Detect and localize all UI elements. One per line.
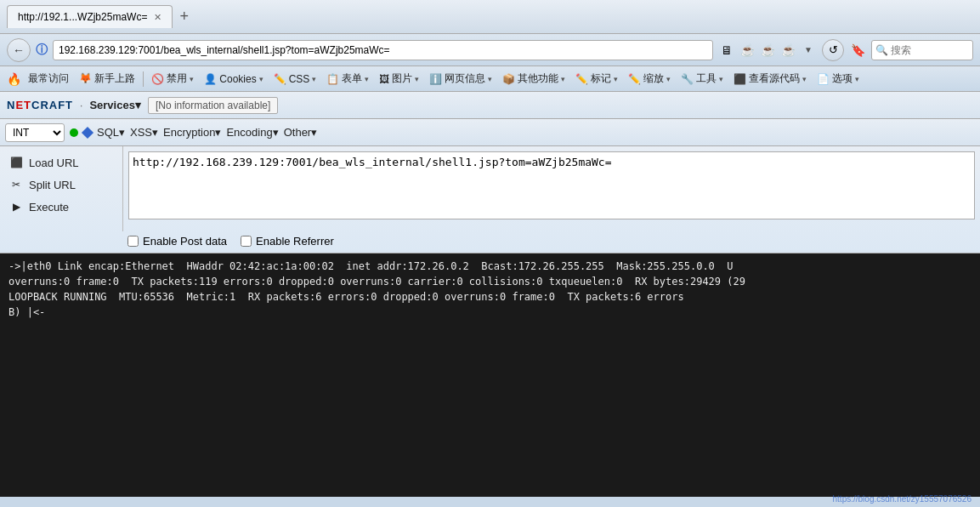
hackbar: ⬛ Load URL ✂ Split URL ▶ Execute http://… (0, 146, 980, 254)
dropdown-arrow-webinfo: ▾ (488, 75, 492, 83)
output-line-2: overruns:0 frame:0 TX packets:119 errors… (8, 274, 972, 289)
output-line-3: LOOPBACK RUNNING MTU:65536 Metric:1 RX p… (8, 289, 972, 305)
split-url-action[interactable]: ✂ Split URL (0, 174, 122, 196)
bookmarks-other[interactable]: 📦其他功能▾ (498, 70, 569, 88)
other-icon: 📦 (502, 73, 515, 85)
new-tab-button[interactable]: + (173, 4, 195, 29)
bookmarks-forbidden[interactable]: 🚫禁用▾ (147, 70, 198, 88)
bookmarks-bar: 🔥 最常访问 🦊 新手上路 🚫禁用▾ 👤Cookies▾ ✏️CSS▾ 📋表单▾… (0, 66, 980, 92)
cookies-icon: 👤 (204, 73, 217, 85)
webinfo-icon: ℹ️ (429, 73, 442, 85)
images-icon: 🖼 (379, 73, 389, 85)
bookmarks-options[interactable]: 📄选项▾ (813, 70, 864, 88)
dropdown-arrow-cookies: ▾ (259, 75, 263, 83)
bookmarks-newbie[interactable]: 🦊 新手上路 (75, 70, 139, 88)
hackbar-bottom: Enable Post data Enable Referrer (0, 231, 980, 253)
int-select[interactable]: INT EXT (5, 123, 65, 142)
output-area: ->|eth0 Link encap:Ethernet HWaddr 02:42… (0, 254, 980, 497)
bookmarks-webinfo[interactable]: ℹ️网页信息▾ (425, 70, 496, 88)
split-url-icon: ✂ (8, 177, 24, 192)
address-bar: ← ⓘ 🖥 ☕ ☕ ☕ ▼ ↺ 🔖 🔍 (0, 34, 980, 66)
dropdown-arrow-marks: ▾ (614, 75, 618, 83)
java-icon-2[interactable]: ☕ (759, 42, 776, 59)
bookmarks-separator (143, 71, 144, 87)
xss-menu[interactable]: XSS▾ (130, 126, 158, 139)
forbidden-icon: 🚫 (151, 73, 164, 85)
enable-referrer-text: Enable Referrer (256, 235, 334, 248)
marks-icon: ✏️ (575, 73, 588, 85)
tools-icon: 🔧 (681, 73, 694, 85)
enable-post-data-label[interactable]: Enable Post data (127, 235, 227, 248)
enable-post-data-text: Enable Post data (143, 235, 227, 248)
back-icon: ← (13, 43, 25, 57)
url-input[interactable] (53, 40, 713, 60)
dropdown-arrow: ▾ (190, 75, 194, 83)
enable-post-data-checkbox[interactable] (127, 236, 139, 247)
dropdown-arrow-css: ▾ (312, 75, 316, 83)
search-icon: 🔍 (875, 44, 888, 56)
output-line-1: ->|eth0 Link encap:Ethernet HWaddr 02:42… (8, 259, 972, 274)
info-icon[interactable]: ⓘ (36, 43, 48, 58)
hackbar-actions: ⬛ Load URL ✂ Split URL ▶ Execute (0, 146, 123, 231)
no-info-text: [No information available] (148, 97, 278, 114)
bookmarks-cookies[interactable]: 👤Cookies▾ (200, 71, 267, 87)
browser-icons: 🖥 ☕ ☕ ☕ ▼ (718, 42, 817, 59)
title-bar: http://192.1...WZjb25maWc= ✕ + (0, 0, 980, 34)
netcraft-logo: NETCRAFT (7, 99, 73, 111)
java-icon-3[interactable]: ☕ (779, 42, 796, 59)
back-button[interactable]: ← (7, 38, 31, 62)
monitor-icon[interactable]: 🖥 (718, 42, 735, 59)
css-icon: ✏️ (274, 73, 286, 85)
zoom-icon: ✏️ (628, 73, 641, 85)
dropdown-arrow-viewsource: ▾ (802, 75, 807, 83)
netcraft-bar: NETCRAFT · Services▾ [No information ava… (0, 92, 980, 119)
bookmarks-most-visited[interactable]: 最常访问 (24, 70, 73, 88)
viewsource-icon: ⬛ (734, 73, 746, 85)
bookmarks-images[interactable]: 🖼图片▾ (375, 70, 423, 88)
execute-action[interactable]: ▶ Execute (0, 196, 122, 218)
enable-referrer-checkbox[interactable] (241, 236, 252, 247)
options-icon: 📄 (817, 73, 830, 85)
browser-tab[interactable]: http://192.1...WZjb25maWc= ✕ (7, 5, 173, 28)
dropdown-arrow-options: ▾ (855, 75, 859, 83)
hackbar-top: ⬛ Load URL ✂ Split URL ▶ Execute http://… (0, 146, 980, 231)
load-url-action[interactable]: ⬛ Load URL (0, 151, 122, 174)
java-icon-1[interactable]: ☕ (739, 42, 756, 59)
output-line-4: B) |<- (8, 305, 972, 320)
services-button[interactable]: Services▾ (89, 99, 141, 111)
other-menu[interactable]: Other▾ (284, 126, 318, 139)
int-toolbar: INT EXT SQL▾ XSS▾ Encryption▾ Encoding▾ … (0, 119, 980, 146)
blue-diamond-icon (82, 126, 93, 138)
tab-label: http://192.1...WZjb25maWc= (18, 11, 147, 23)
bookmarks-marks[interactable]: ✏️标记▾ (571, 70, 622, 88)
dropdown-arrow-images: ▾ (415, 75, 419, 83)
split-url-label: Split URL (29, 179, 76, 191)
encoding-menu[interactable]: Encoding▾ (226, 126, 278, 139)
green-dot-icon (70, 128, 78, 137)
forms-icon: 📋 (326, 73, 339, 85)
bookmark-icon[interactable]: 🔖 (849, 42, 866, 59)
bookmarks-forms[interactable]: 📋表单▾ (322, 70, 373, 88)
credit-text: https://blog.csdn.net/zy15557076526 (833, 494, 972, 504)
dropdown-arrow-other: ▾ (561, 75, 565, 83)
refresh-button[interactable]: ↺ (822, 39, 844, 61)
execute-label: Execute (29, 201, 69, 214)
bookmarks-tools[interactable]: 🔧工具▾ (677, 70, 728, 88)
encryption-menu[interactable]: Encryption▾ (163, 126, 221, 139)
tab-close-button[interactable]: ✕ (154, 12, 161, 23)
enable-referrer-label[interactable]: Enable Referrer (241, 235, 334, 248)
chevron-down-icon[interactable]: ▼ (800, 42, 817, 59)
load-url-label: Load URL (29, 157, 79, 169)
bookmarks-zoom[interactable]: ✏️缩放▾ (624, 70, 675, 88)
dropdown-arrow-zoom: ▾ (666, 75, 671, 83)
load-url-icon: ⬛ (8, 155, 24, 170)
sql-menu[interactable]: SQL▾ (97, 126, 125, 139)
netcraft-separator: · (80, 100, 82, 111)
execute-icon: ▶ (8, 199, 24, 214)
dropdown-arrow-forms: ▾ (365, 75, 369, 83)
hackbar-url-input[interactable]: http://192.168.239.129:7001/bea_wls_inte… (128, 151, 975, 219)
firefox-icon[interactable]: 🔥 (5, 71, 22, 88)
bookmarks-css[interactable]: ✏️CSS▾ (269, 71, 321, 87)
dropdown-arrow-tools: ▾ (719, 75, 723, 83)
bookmarks-viewsource[interactable]: ⬛查看源代码▾ (729, 70, 811, 88)
